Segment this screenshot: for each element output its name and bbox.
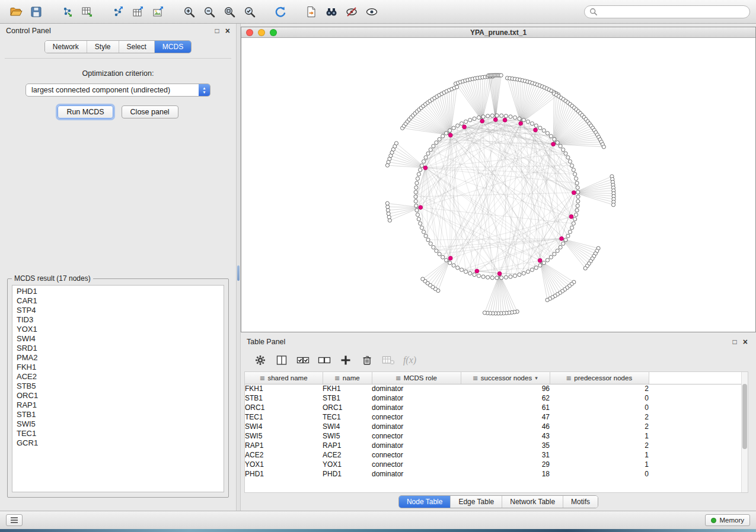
mcds-node-item[interactable]: TID3 [12, 315, 224, 325]
mcds-node-item[interactable]: ORC1 [12, 391, 224, 400]
cell-c-succ: 35 [461, 441, 550, 450]
zoom-fit-button[interactable] [219, 2, 240, 21]
window-close-button[interactable] [246, 29, 253, 36]
clone-network-button[interactable] [301, 2, 321, 21]
mcds-node-item[interactable]: GCR1 [12, 438, 224, 448]
table-row-ACE2[interactable]: ACE2ACE2connector311 [245, 450, 742, 460]
tab-motifs[interactable]: Motifs [563, 496, 598, 508]
mcds-node-item[interactable]: SWI4 [12, 334, 224, 344]
mcds-node-item[interactable]: PHD1 [12, 287, 224, 296]
mcds-node-item[interactable]: YOX1 [12, 325, 224, 334]
memory-button[interactable]: Memory [705, 514, 750, 526]
close-panel-action-button[interactable]: Close panel [122, 105, 178, 118]
export-network-button[interactable] [108, 2, 128, 21]
function-builder-button[interactable]: f(x) [401, 352, 419, 368]
table-row-ORC1[interactable]: ORC1ORC1dominator610 [245, 403, 742, 412]
import-network-button[interactable] [57, 2, 77, 21]
zoom-selected-button[interactable] [240, 2, 260, 21]
cell-c-fill [649, 384, 742, 393]
tab-style[interactable]: Style [87, 41, 119, 53]
network-canvas[interactable] [241, 38, 755, 332]
scrollbar-thumb[interactable] [742, 384, 747, 449]
mcds-node-item[interactable]: RAP1 [12, 400, 224, 410]
task-history-button[interactable] [6, 514, 23, 526]
import-table-button[interactable] [77, 2, 97, 21]
add-column-button[interactable] [337, 352, 355, 368]
run-mcds-button[interactable]: Run MCDS [58, 105, 113, 118]
mcds-node-item[interactable]: ACE2 [12, 372, 224, 382]
tab-mcds[interactable]: MCDS [154, 41, 191, 53]
cell-c-role: connector [372, 450, 461, 460]
slashed-eye-icon [345, 5, 358, 18]
refresh-view-button[interactable] [270, 2, 291, 21]
column-header-shared-name[interactable]: ▦shared name [245, 372, 323, 384]
float-table-panel-button[interactable]: □ [733, 338, 737, 345]
mcds-node-item[interactable]: SWI5 [12, 419, 224, 429]
tab-edge-table[interactable]: Edge Table [450, 496, 502, 508]
export-table-button[interactable] [128, 2, 148, 21]
zoom-out-button[interactable] [199, 2, 219, 21]
close-panel-button[interactable]: × [225, 27, 230, 35]
window-minimize-button[interactable] [258, 29, 265, 36]
table-settings-button[interactable] [251, 352, 269, 368]
import-network-icon [60, 5, 74, 18]
column-sort-icon: ▦ [334, 375, 340, 381]
mcds-node-item[interactable]: STB5 [12, 382, 224, 391]
cell-c-name: ORC1 [323, 403, 372, 412]
table-row-PHD1[interactable]: PHD1PHD1dominator180 [245, 469, 742, 479]
mcds-node-item[interactable]: CAR1 [12, 296, 224, 306]
splitter-grip-icon[interactable] [237, 265, 240, 281]
mcds-result-list[interactable]: PHD1CAR1STP4TID3YOX1SWI4SRD1PMA2FKH1ACE2… [12, 285, 224, 492]
tab-node-table[interactable]: Node Table [399, 496, 451, 508]
table-row-SWI5[interactable]: SWI5SWI5connector431 [245, 431, 742, 441]
select-all-rows-button[interactable] [294, 352, 312, 368]
open-session-button[interactable] [6, 2, 26, 21]
table-row-TEC1[interactable]: TEC1TEC1connector472 [245, 412, 742, 422]
show-columns-button[interactable] [273, 352, 291, 368]
cell-c-shared: YOX1 [245, 460, 323, 469]
delete-column-button[interactable] [358, 352, 376, 368]
zoom-in-button[interactable] [179, 2, 199, 21]
mcds-node-item[interactable]: PMA2 [12, 353, 224, 363]
tab-network[interactable]: Network [45, 41, 87, 53]
criterion-dropdown[interactable]: largest connected component (undirected)… [25, 84, 210, 97]
deselect-all-rows-button[interactable] [315, 352, 333, 368]
float-panel-button[interactable]: □ [215, 27, 219, 34]
tab-select[interactable]: Select [119, 41, 154, 53]
node-table-viewport: ▦shared name▦name▦MCDS role▦successor no… [244, 371, 748, 493]
table-panel: Table Panel □ × [241, 335, 756, 511]
show-graphics-details-button[interactable] [362, 2, 382, 21]
cell-c-succ: 62 [461, 393, 550, 403]
panel-splitter[interactable] [236, 24, 241, 511]
column-header-name[interactable]: ▦name [323, 372, 372, 384]
column-header-predecessor-nodes[interactable]: ▦predecessor nodes [550, 372, 649, 384]
cell-c-role: dominator [372, 384, 461, 393]
table-row-RAP1[interactable]: RAP1RAP1dominator352 [245, 441, 742, 450]
mcds-node-item[interactable]: STP4 [12, 306, 224, 315]
table-row-YOX1[interactable]: YOX1YOX1connector291 [245, 460, 742, 469]
window-zoom-button[interactable] [270, 29, 277, 36]
table-row-SWI4[interactable]: SWI4SWI4dominator462 [245, 422, 742, 431]
tab-network-table[interactable]: Network Table [502, 496, 563, 508]
mcds-node-item[interactable]: STB1 [12, 410, 224, 419]
mcds-node-item[interactable]: TEC1 [12, 429, 224, 438]
cell-c-shared: FKH1 [245, 384, 323, 393]
network-window-titlebar[interactable]: YPA_prune.txt_1 [241, 27, 755, 38]
save-session-button[interactable] [26, 2, 46, 21]
find-neighbors-button[interactable] [321, 2, 342, 21]
close-table-panel-button[interactable]: × [743, 338, 748, 346]
table-row-STB1[interactable]: STB1STB1dominator620 [245, 393, 742, 403]
zoom-out-icon [203, 5, 216, 18]
hide-graphics-details-button[interactable] [342, 2, 362, 21]
export-image-button[interactable] [148, 2, 168, 21]
node-table: ▦shared name▦name▦MCDS role▦successor no… [245, 372, 742, 479]
table-row-FKH1[interactable]: FKH1FKH1dominator962 [245, 384, 742, 393]
search-input[interactable] [601, 8, 745, 16]
column-header-MCDS-role[interactable]: ▦MCDS role [372, 372, 461, 384]
table-vertical-scrollbar[interactable] [741, 372, 748, 492]
search-box[interactable] [584, 5, 750, 18]
delete-table-button[interactable] [379, 352, 397, 368]
column-header-successor-nodes[interactable]: ▦successor nodes▾ [461, 372, 550, 384]
mcds-node-item[interactable]: SRD1 [12, 344, 224, 353]
mcds-node-item[interactable]: FKH1 [12, 363, 224, 372]
